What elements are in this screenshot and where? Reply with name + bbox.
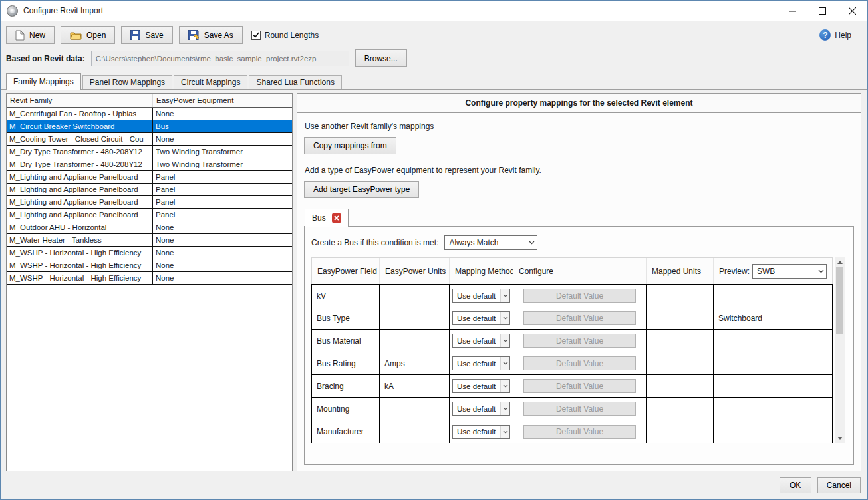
chevron-down-icon xyxy=(500,312,509,324)
config-panel-content: Use another Revit family's mappings Copy… xyxy=(297,113,861,471)
family-row[interactable]: M_WSHP - Horizontal - High Efficiency No… xyxy=(7,259,292,272)
close-button[interactable] xyxy=(837,1,867,21)
units-cell xyxy=(380,330,450,352)
minimize-button[interactable] xyxy=(778,1,807,21)
column-header-revit-family: Revit Family xyxy=(7,94,153,107)
family-row[interactable]: M_WSHP - Horizontal - High Efficiency No… xyxy=(7,272,292,285)
revit-data-row: Based on Revit data: C:\Users\stephen\Do… xyxy=(1,48,867,73)
browse-button[interactable]: Browse... xyxy=(355,49,407,67)
chevron-down-icon xyxy=(500,380,509,392)
cancel-button[interactable]: Cancel xyxy=(817,477,861,493)
mapping-method-dropdown[interactable]: Use default xyxy=(452,356,510,370)
chevron-down-icon xyxy=(815,265,826,278)
units-cell xyxy=(380,420,450,443)
mapping-row: Manufacturer Use default xyxy=(312,420,832,443)
mapping-header-method: Mapping Method xyxy=(450,258,513,284)
mapped-units-cell xyxy=(647,375,714,397)
bus-equipment-tab[interactable]: Bus xyxy=(305,209,349,227)
method-cell: Use default xyxy=(450,330,513,352)
config-panel: Configure property mappings for the sele… xyxy=(297,93,861,471)
help-label: Help xyxy=(835,31,851,40)
chevron-down-icon xyxy=(500,357,509,370)
family-row[interactable]: M_Lighting and Appliance Panelboard Pane… xyxy=(7,209,292,221)
help-button[interactable]: ? Help xyxy=(819,29,851,41)
family-row[interactable]: M_Lighting and Appliance Panelboard Pane… xyxy=(7,171,292,184)
family-row[interactable]: M_WSHP - Horizontal - High Efficiency No… xyxy=(7,247,292,259)
mapping-method-dropdown[interactable]: Use default xyxy=(452,289,510,303)
main-tab[interactable]: Panel Row Mappings xyxy=(82,75,172,89)
round-lengths-checkbox[interactable]: Round Lengths xyxy=(251,31,319,40)
family-cell-equipment: Two Winding Transformer xyxy=(153,158,292,170)
family-cell-name: M_Dry Type Transformer - 480-208Y12 xyxy=(7,146,153,158)
save-icon xyxy=(130,30,140,40)
bus-tab-close-button[interactable] xyxy=(332,213,341,223)
mapped-units-cell xyxy=(647,307,714,329)
triangle-down-icon xyxy=(837,437,843,440)
save-as-button[interactable]: Save As xyxy=(179,26,243,44)
mapping-method-dropdown[interactable]: Use default xyxy=(452,311,510,325)
field-cell: Bus Rating xyxy=(312,352,380,374)
mapping-method-dropdown[interactable]: Use default xyxy=(452,402,510,416)
scrollbar-track[interactable] xyxy=(835,267,845,434)
mapping-method-dropdown[interactable]: Use default xyxy=(452,334,510,348)
mapping-table-body: kV Use default xyxy=(311,284,833,443)
configure-cell: Default Value xyxy=(513,285,647,307)
mapping-row: Bus Type Use default xyxy=(312,307,832,330)
mapping-header-preview: Preview: SWB xyxy=(714,258,832,284)
mapping-method-dropdown[interactable]: Use default xyxy=(452,425,510,439)
preview-cell: Switchboard xyxy=(714,307,832,329)
family-cell-equipment: Panel xyxy=(153,171,292,183)
condition-dropdown[interactable]: Always Match xyxy=(444,235,537,250)
method-cell: Use default xyxy=(450,398,513,420)
mapped-units-cell xyxy=(647,352,714,374)
family-row[interactable]: M_Circuit Breaker Switchboard Bus xyxy=(7,120,292,133)
add-equipment-text: Add a type of EasyPower equipment to rep… xyxy=(305,166,854,175)
family-cell-equipment: Panel xyxy=(153,209,292,221)
main-tab[interactable]: Circuit Mappings xyxy=(174,75,247,89)
family-cell-name: M_Lighting and Appliance Panelboard xyxy=(7,184,153,195)
main-tab[interactable]: Family Mappings xyxy=(6,73,81,90)
minimize-icon xyxy=(789,7,796,15)
mapped-units-cell xyxy=(647,285,714,307)
family-row[interactable]: M_Dry Type Transformer - 480-208Y12 Two … xyxy=(7,146,292,158)
mapping-header-configure: Configure xyxy=(513,258,647,284)
method-cell: Use default xyxy=(450,307,513,329)
method-cell: Use default xyxy=(450,285,513,307)
configure-cell: Default Value xyxy=(513,352,647,374)
family-row[interactable]: M_Cooling Tower - Closed Circuit - Cou N… xyxy=(7,133,292,146)
scrollbar-thumb[interactable] xyxy=(836,267,843,334)
ok-button[interactable]: OK xyxy=(780,477,811,493)
copy-mappings-button[interactable]: Copy mappings from xyxy=(304,137,396,154)
family-row[interactable]: M_Centrifugal Fan - Rooftop - Upblas Non… xyxy=(7,108,292,120)
preview-dropdown[interactable]: SWB xyxy=(752,264,827,279)
family-cell-name: M_Cooling Tower - Closed Circuit - Cou xyxy=(7,133,153,145)
new-button[interactable]: New xyxy=(6,26,55,44)
family-row[interactable]: M_Lighting and Appliance Panelboard Pane… xyxy=(7,196,292,209)
mapped-units-cell xyxy=(647,420,714,443)
family-row[interactable]: M_Dry Type Transformer - 480-208Y12 Two … xyxy=(7,158,292,171)
open-button-label: Open xyxy=(86,31,106,40)
mapping-method-dropdown[interactable]: Use default xyxy=(452,379,510,393)
scroll-down-arrow[interactable] xyxy=(835,434,845,443)
family-cell-equipment: None xyxy=(153,108,292,120)
scroll-up-arrow[interactable] xyxy=(835,257,845,267)
maximize-button[interactable] xyxy=(807,1,837,21)
family-cell-name: M_WSHP - Horizontal - High Efficiency xyxy=(7,247,153,259)
family-row[interactable]: M_Lighting and Appliance Panelboard Pane… xyxy=(7,184,292,196)
field-cell: Manufacturer xyxy=(312,420,380,443)
main-tab[interactable]: Shared Lua Functions xyxy=(249,75,341,89)
open-button[interactable]: Open xyxy=(61,26,115,44)
bus-tab-page: Create a Bus if this condition is met: A… xyxy=(304,226,854,465)
column-header-easypower-equipment: EasyPower Equipment xyxy=(153,94,292,107)
vertical-scrollbar[interactable] xyxy=(835,257,845,443)
mapping-method-value: Use default xyxy=(457,382,496,390)
window-controls xyxy=(778,1,867,21)
units-cell xyxy=(380,285,450,307)
family-table: Revit Family EasyPower Equipment M_Centr… xyxy=(6,93,293,471)
add-target-easypower-type-button[interactable]: Add target EasyPower type xyxy=(304,181,419,198)
preview-cell xyxy=(714,375,832,397)
save-button[interactable]: Save xyxy=(121,26,172,44)
family-row[interactable]: M_Outdoor AHU - Horizontal None xyxy=(7,221,292,234)
family-row[interactable]: M_Water Heater - Tankless None xyxy=(7,234,292,247)
method-cell: Use default xyxy=(450,352,513,374)
